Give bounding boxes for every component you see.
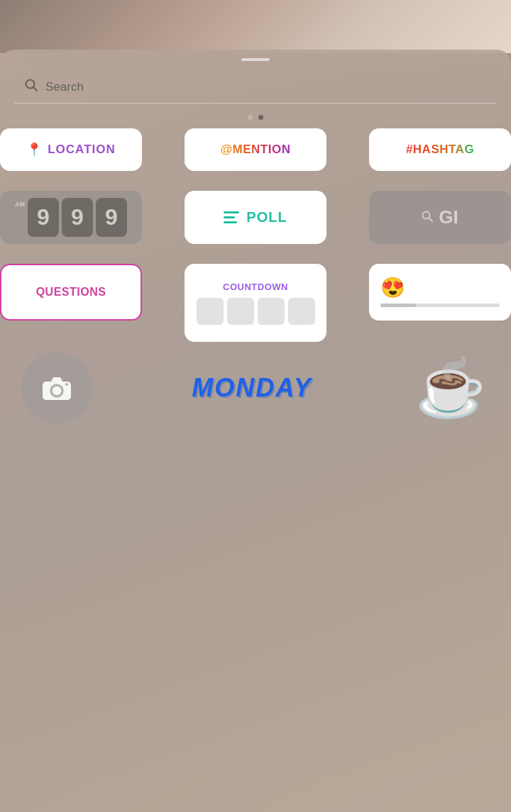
time-digit-2: 9 (62, 198, 93, 237)
gif-sticker[interactable]: GI (369, 191, 511, 244)
time-digit-1: 9 (28, 198, 59, 237)
time-sticker[interactable]: AM 9 9 9 (0, 191, 142, 244)
svg-point-7 (65, 383, 68, 386)
mention-label: @MENTION (221, 143, 291, 157)
search-icon (24, 78, 38, 96)
dot-2[interactable] (258, 115, 263, 120)
time-digit-3: 9 (96, 198, 127, 237)
sticker-row-3: QUESTIONS COUNTDOWN 😍 (0, 264, 511, 342)
mug-emoji: ☕ (415, 360, 486, 416)
search-bar[interactable]: Search (14, 71, 497, 104)
poll-label: POLL (246, 209, 287, 226)
camera-sticker[interactable] (21, 352, 92, 423)
emoji-slider-sticker[interactable]: 😍 (369, 264, 511, 321)
countdown-block-3 (258, 298, 285, 325)
gif-label: GI (439, 206, 458, 228)
svg-line-3 (429, 218, 433, 221)
sticker-sheet: Search 📍 LOCATION @MENTION #HASHTAG AM 9… (0, 50, 511, 812)
countdown-block-1 (197, 298, 224, 325)
sheet-handle[interactable] (241, 58, 270, 61)
questions-label: QUESTIONS (36, 286, 106, 299)
poll-sticker[interactable]: POLL (185, 191, 326, 244)
countdown-block-2 (227, 298, 254, 325)
monday-label: MONDAY (192, 373, 312, 403)
emoji-slider-track (380, 304, 500, 307)
poll-line-1 (224, 211, 239, 213)
hashtag-label: #HASHTAG (406, 143, 474, 157)
location-label: LOCATION (48, 143, 116, 157)
mention-sticker[interactable]: @MENTION (185, 128, 326, 171)
poll-line-2 (224, 216, 235, 218)
mug-sticker[interactable]: ☕ (412, 345, 490, 430)
page-dots (0, 115, 511, 120)
emoji-face: 😍 (380, 278, 405, 298)
emoji-slider-fill (380, 304, 416, 307)
sticker-row-bottom: MONDAY ☕ (0, 338, 511, 430)
countdown-blocks (197, 298, 315, 325)
top-image-area (0, 0, 511, 53)
countdown-label: COUNTDOWN (223, 282, 288, 292)
gif-search-icon (422, 211, 433, 225)
poll-line-3 (224, 221, 237, 223)
sticker-row-1: 📍 LOCATION @MENTION #HASHTAG (0, 128, 511, 171)
time-ampm-label: AM (15, 201, 25, 208)
monday-sticker[interactable]: MONDAY (192, 373, 312, 403)
svg-marker-5 (51, 377, 62, 382)
dot-1[interactable] (248, 115, 253, 120)
svg-line-1 (33, 87, 37, 91)
poll-lines-icon (224, 211, 239, 223)
questions-sticker[interactable]: QUESTIONS (0, 264, 142, 321)
search-placeholder: Search (45, 80, 84, 94)
location-sticker[interactable]: 📍 LOCATION (0, 128, 142, 171)
camera-icon (41, 374, 72, 401)
countdown-block-4 (288, 298, 315, 325)
location-pin-icon: 📍 (26, 142, 42, 157)
countdown-sticker[interactable]: COUNTDOWN (185, 264, 326, 342)
sticker-row-2: AM 9 9 9 POLL GI (0, 191, 511, 244)
hashtag-sticker[interactable]: #HASHTAG (369, 128, 511, 171)
